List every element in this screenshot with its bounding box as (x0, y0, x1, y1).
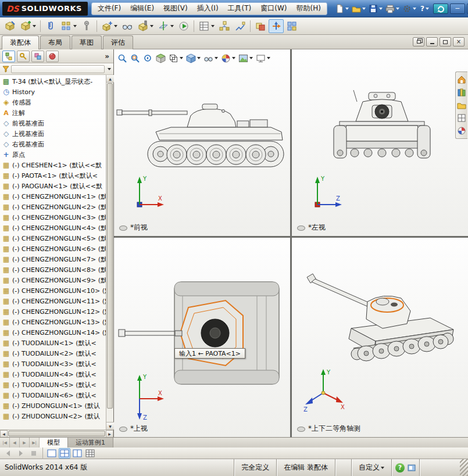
minimize-button[interactable]: ─ (450, 3, 465, 14)
status-custom-dropdown[interactable]: 自定义 (351, 459, 391, 476)
tree-root[interactable]: T-34 (默认<默认_显示状态- (0, 76, 106, 87)
tab-scroll-last-button[interactable]: ▶| (30, 438, 40, 448)
panel-expand-button[interactable]: » (105, 52, 111, 60)
section-view-button[interactable] (155, 53, 166, 64)
scrollbar-thumb[interactable] (8, 431, 105, 436)
view-settings-button[interactable] (255, 53, 271, 64)
display-manager-tab[interactable] (46, 51, 59, 62)
feature-tree-tab[interactable] (2, 51, 15, 62)
tab-scroll-first-button[interactable]: |◀ (0, 438, 10, 448)
viewport-splitter-vertical[interactable] (290, 49, 292, 437)
viewport-isometric-view[interactable]: Y X Z *上下二等角轴测 (292, 238, 468, 437)
tree-item-component[interactable]: (-) CHENGZHONGLUN<4> (默 (0, 223, 106, 233)
zoom-area-button[interactable] (130, 53, 141, 64)
bill-of-materials-button[interactable] (197, 19, 216, 33)
tree-item-history[interactable]: History (0, 87, 106, 97)
resources-tab[interactable] (457, 75, 466, 84)
smart-fasteners-button[interactable] (79, 19, 94, 33)
display-style-button[interactable] (185, 53, 201, 64)
viewport-splitter-horizontal[interactable] (114, 236, 468, 238)
tree-item-component[interactable]: (-) CHENGZHONGLUN<6> (默 (0, 244, 106, 254)
design-library-tab[interactable] (457, 88, 466, 97)
new-motion-study-button[interactable] (176, 19, 191, 33)
viewport-top-view[interactable]: 输入1 ← PAOTA<1> Y X Z *上视 (114, 238, 290, 437)
tree-horizontal-scrollbar[interactable]: ◀ ▶ (0, 430, 113, 437)
tree-item-component[interactable]: (-) CHENGZHONGLUN<11> (默 (0, 296, 106, 306)
tree-item-component[interactable]: (-) CHENGZHONGLUN<1> (默 (0, 191, 106, 202)
scroll-up-arrow[interactable]: ▲ (106, 75, 114, 83)
tree-item-component[interactable]: (-) CHENGZHONGLUN<5> (默 (0, 233, 106, 244)
scrollbar-thumb[interactable] (107, 83, 113, 409)
tree-item-component[interactable]: (-) CHENGZHONGLUN<7> (默 (0, 254, 106, 264)
configuration-manager-tab[interactable] (31, 51, 44, 62)
instant3d-button[interactable] (269, 19, 284, 33)
view-orientation-button[interactable] (168, 53, 184, 64)
zoom-fit-button[interactable] (117, 53, 128, 64)
tree-item-component[interactable]: (-) CHENGZHONGLUN<12> (默 (0, 306, 106, 317)
edit-appearance-button[interactable] (220, 53, 236, 64)
options-button[interactable] (402, 3, 417, 14)
nav-stop-button[interactable] (28, 448, 40, 459)
exploded-view-button[interactable] (217, 19, 232, 33)
tree-item-component[interactable]: (-) CHENGZHONGLUN<9> (默 (0, 275, 106, 285)
assembly-features-button[interactable] (135, 19, 155, 33)
help-button[interactable]: ? (419, 5, 431, 13)
explode-line-sketch-button[interactable] (233, 19, 248, 33)
tab-scroll-prev-button[interactable]: ◀ (10, 438, 20, 448)
nav-back-button[interactable] (2, 448, 14, 459)
menu-help[interactable]: 帮助(H) (292, 2, 326, 15)
linear-component-pattern-button[interactable] (59, 19, 78, 33)
menu-tools[interactable]: 工具(T) (223, 2, 256, 15)
tree-item-annotations[interactable]: 注解 (0, 108, 106, 118)
tree-item-origin[interactable]: 原点 (0, 149, 106, 160)
appearances-tab[interactable] (457, 126, 466, 135)
tree-item-component[interactable]: (-) CHENGZHONGLUN<10> (默 (0, 285, 106, 296)
tab-evaluate[interactable]: 评估 (103, 35, 133, 49)
mate-button[interactable] (43, 19, 58, 33)
property-manager-tab[interactable] (17, 51, 30, 62)
menu-file[interactable]: 文件(F) (93, 2, 126, 15)
tree-item-component[interactable]: (-) TUODAILUN<5> (默认< (0, 380, 106, 390)
tab-motion-study-1[interactable]: 运动算例1 (68, 438, 113, 448)
new-document-button[interactable] (334, 3, 349, 14)
doc-maximize-button[interactable] (440, 37, 451, 46)
viewport-left-view[interactable]: Y Z *左视 (292, 49, 468, 236)
two-viewport-button[interactable] (72, 448, 83, 459)
tree-item-component[interactable]: (-) CHENGZHONGLUN<14> (默 (0, 327, 106, 338)
four-viewport-button[interactable] (59, 448, 70, 459)
tree-item-component[interactable]: (-) CHENGZHONGLUN<2> (默 (0, 202, 106, 212)
insert-components-button[interactable] (18, 19, 38, 33)
edit-component-button[interactable] (2, 19, 17, 33)
solidworks-web-icon[interactable] (433, 3, 448, 14)
previous-view-button[interactable] (142, 53, 153, 64)
show-hidden-components-button[interactable] (120, 19, 135, 33)
print-button[interactable] (385, 3, 400, 14)
status-help-icon[interactable]: ? (395, 463, 405, 473)
link-views-button[interactable] (84, 448, 96, 459)
tab-layout[interactable]: 布局 (40, 35, 70, 49)
tab-assembly[interactable]: 装配体 (2, 35, 39, 49)
chevron-down-icon[interactable] (108, 68, 111, 70)
doc-minimize-button[interactable] (426, 37, 438, 46)
tab-sketch[interactable]: 草图 (72, 35, 102, 49)
tree-item-sensors[interactable]: 传感器 (0, 97, 106, 108)
menu-window[interactable]: 窗口(W) (256, 2, 291, 15)
viewport-front-view[interactable]: Y X *前视 (114, 49, 290, 236)
tree-item-component[interactable]: (-) TUODAILUN<2> (默认< (0, 348, 106, 359)
tree-item-component[interactable]: (-) CHENGZHONGLUN<3> (默 (0, 212, 106, 223)
tree-item-component[interactable]: (-) CHENGZHONGLUN<13> (默 (0, 317, 106, 327)
status-toggle-icon[interactable] (408, 464, 416, 472)
file-explorer-tab[interactable] (457, 101, 466, 110)
tree-item-component[interactable]: (-) PAOGUAN<1> (默认<<默 (0, 181, 106, 191)
tree-vertical-scrollbar[interactable]: ▲ ▼ (106, 75, 113, 430)
tree-item-component[interactable]: (-) TUODAILUN<6> (默认< (0, 390, 106, 400)
tree-item-component[interactable]: (-) CHENGZHONGLUN<8> (默 (0, 264, 106, 275)
nav-forward-button[interactable] (15, 448, 27, 459)
tree-item-component[interactable]: (-) TUODAILUN<1> (默认< (0, 338, 106, 348)
reference-geometry-button[interactable] (156, 19, 176, 33)
menu-edit[interactable]: 编辑(E) (126, 2, 159, 15)
hide-show-items-button[interactable] (203, 53, 219, 64)
scroll-down-arrow[interactable]: ▼ (106, 422, 114, 430)
tree-item-component[interactable]: (-) TUODAILUN<4> (默认< (0, 369, 106, 380)
menu-insert[interactable]: 插入(I) (192, 2, 223, 15)
